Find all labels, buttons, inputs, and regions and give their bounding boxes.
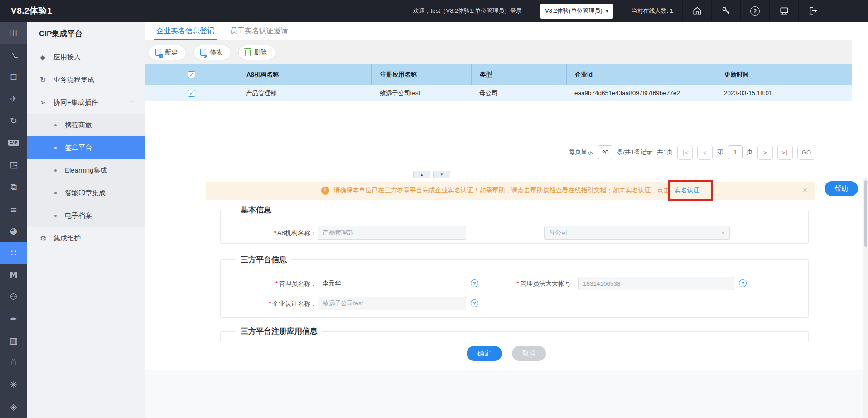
new-button[interactable]: 新建 [149,45,186,60]
sidebar-subitem-earchive[interactable]: 电子档案 [27,204,145,227]
cert-name-input[interactable] [318,297,466,310]
sidebar-subitem-elearning[interactable]: Elearning集成 [27,159,145,182]
rail-item-cap[interactable]: CAP [0,132,27,154]
col-header-app-name[interactable]: 注册应用名称 [371,64,471,85]
sidebar-subitem-smart-seal[interactable]: 智能印章集成 [27,182,145,204]
logout-button[interactable] [798,0,827,22]
sidebar-item-workflow-integration[interactable]: ↻ 业务流程集成 [27,68,145,91]
realname-auth-link[interactable]: 实名认证 [675,187,700,195]
confirm-button[interactable]: 确定 [467,346,502,361]
tab-enterprise-realname[interactable]: 企业实名信息登记 [156,22,214,40]
warning-icon: ! [321,187,329,195]
paper-plane-icon: ✈ [10,95,17,103]
close-icon[interactable]: × [803,186,807,194]
sidebar-item-app-access[interactable]: ◆ 应用接入 [27,46,145,68]
trash-icon [245,50,251,56]
fadada-account-input[interactable] [578,277,734,290]
table-row[interactable]: ✓ 产品管理部 致远子公司test 母公司 eaa9b74d651e43aa80… [145,85,852,101]
admin-name-label: 管理员名称： [275,277,317,290]
edit-button-label: 修改 [210,48,222,57]
rail-item-m[interactable]: M [0,264,27,286]
rail-item-paper-plane[interactable]: ✈ [0,88,27,110]
go-button[interactable]: GO [797,145,815,160]
scrollbar-thumb[interactable] [864,180,867,247]
delete-button[interactable]: 删除 [238,45,275,60]
sidebar-subitem-label: 智能印章集成 [65,189,106,197]
row-checkbox[interactable]: ✓ [188,90,195,97]
type-select-value: 母公司 [549,229,568,237]
help-circle-icon[interactable]: ? [471,299,478,307]
rail-item-hexstar[interactable]: ✳ [0,374,27,396]
rail-item-cube3d[interactable]: ◈ [0,396,27,418]
sidebar-item-collab-plugins[interactable]: ➢ 协同+集成插件 ⌃ [27,91,145,114]
org-name-input[interactable] [318,226,466,240]
records-label: 条/共1条记录 [617,148,653,156]
rail-item-books[interactable]: ≣ [0,198,27,220]
rail-item-org-chart[interactable]: ⌥ [0,44,27,66]
last-page-button[interactable]: >| [777,145,793,160]
rail-item-control-panel[interactable]: ⊟ [0,66,27,88]
rail-item-bee[interactable]: ⍥ [0,352,27,374]
col-header-updated-at[interactable]: 更新时间 [716,64,836,85]
help-button[interactable]: 帮助 [825,181,858,196]
cube-icon: ◳ [10,160,18,169]
third-party-info-section: 三方平台信息 管理员名称： ? 管理员法大大帐号： ? 企业认证名称： ? [220,255,809,318]
rail-item-plugins-active[interactable]: ∷ [0,242,27,264]
sidebar-subitem-label: 签章平台 [65,144,92,152]
rail-item-feather[interactable]: ✒ [0,308,27,330]
vertical-scrollbar[interactable] [863,178,868,418]
flow-loop-icon: ↻ [40,76,53,84]
rail-item-chat[interactable]: ⚇ [0,286,27,308]
cancel-button[interactable]: 取消 [512,346,546,361]
sidebar-subitem-ctrip[interactable]: 携程商旅 [27,114,145,136]
edit-button[interactable]: 修改 [193,45,231,60]
page-number-input[interactable] [728,145,743,159]
select-all-checkbox[interactable]: ✓ [188,71,195,78]
warning-text: 请确保本单位已在三方签章平台完成企业实名认证！如需帮助，请点击帮助按钮查看在线指… [334,187,670,195]
help-button-top[interactable]: ? [740,0,769,22]
main-content: 企业实名信息登记 员工实名认证邀请 新建 修改 删除 ✓ A8机构名称 [145,22,868,418]
sidebar-subitem-label: Elearning集成 [65,166,107,175]
collapse-down-button[interactable]: ▼ [433,171,450,178]
cell-updated-at: 2023-03-15 18:01 [716,90,836,96]
col-header-empty [836,64,852,85]
prev-page-button[interactable]: < [697,145,713,160]
rail-item-cube[interactable]: ◳ [0,154,27,176]
admin-key-button[interactable] [711,0,740,22]
first-page-button[interactable]: |< [677,145,693,160]
basic-info-title: 基本信息 [236,205,276,215]
help-circle-icon[interactable]: ? [739,279,747,287]
admin-name-input[interactable] [318,277,466,290]
sidebar-subitem-signature-platform[interactable]: 签章平台 [27,136,145,159]
rail-item-menu-columns[interactable]: ||| [0,22,27,44]
workstation-button[interactable] [769,0,798,22]
org-switcher-dropdown[interactable]: V8.2体验(单位管理员) ▾ [540,4,612,19]
registered-app-info-title: 三方平台注册应用信息 [236,326,322,336]
rail-item-documents[interactable]: ⧉ [0,176,27,198]
new-doc-icon [155,49,161,56]
col-header-enterprise-id[interactable]: 企业Id [566,64,716,85]
home-button[interactable] [682,0,711,22]
tab-employee-realname[interactable]: 员工实名认证邀请 [230,22,288,40]
chevron-up-icon[interactable]: ⌃ [130,100,135,106]
col-header-type[interactable]: 类型 [471,64,566,85]
next-page-button[interactable]: > [757,145,773,160]
type-select[interactable]: 母公司 ∨ [544,226,730,240]
collapse-up-button[interactable]: ▲ [413,171,430,178]
cube-3d-icon: ◈ [10,403,17,411]
rail-item-chart[interactable]: ▥ [0,330,27,352]
top-bar: V8.2体验1 欢迎，test（V8.2体验1.单位管理员）登录 V8.2体验(… [0,0,868,22]
per-page-input[interactable] [598,145,612,159]
basic-info-section: 基本信息 A8机构名称： 类型： 母公司 ∨ [220,205,809,244]
col-header-org-name[interactable]: A8机构名称 [238,64,371,85]
help-circle-icon[interactable]: ? [471,279,478,287]
dialog-footer: 确定 取消 [145,341,868,370]
rail-item-workflow-loop[interactable]: ↻ [0,110,27,132]
table-header-row: ✓ A8机构名称 注册应用名称 类型 企业Id 更新时间 [145,64,852,85]
chat-bubbles-icon: ⚇ [10,293,17,301]
menu-columns-icon: ||| [9,30,18,36]
rail-item-palette[interactable]: ◕ [0,220,27,242]
sidebar-item-label: 集成维护 [53,234,81,243]
cell-enterprise-id: eaa9b74d651e43aa8097f97f69be77e2 [566,90,716,96]
sidebar-item-integration-maintenance[interactable]: ⚙ 集成维护 [27,227,145,250]
